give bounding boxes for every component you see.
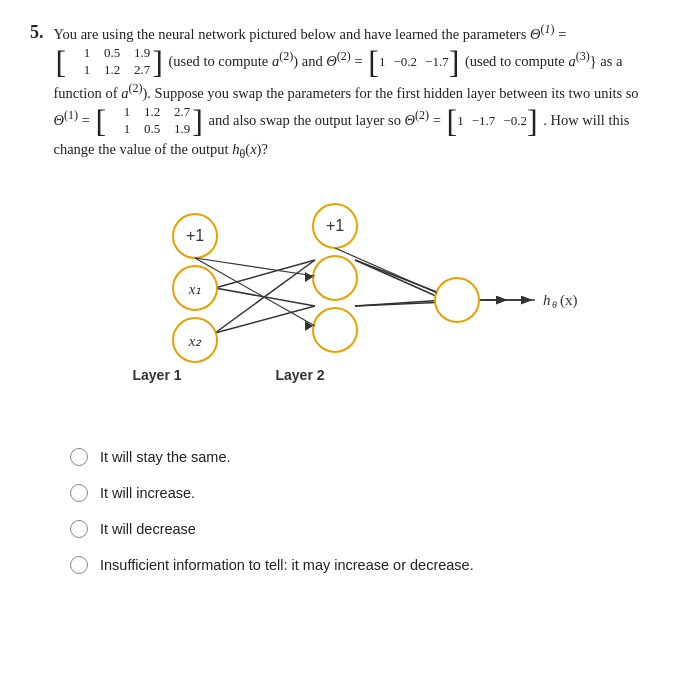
svg-line-8 (355, 260, 447, 296)
vec-content: 1 −0.2 −1.7 (379, 52, 449, 72)
vec-3: −1.7 (425, 52, 449, 72)
choice-2-text: It will increase. (100, 485, 195, 501)
ncell-1-3: 2.7 (168, 104, 190, 121)
choice-3-text: It will decrease (100, 521, 196, 537)
bracket-right3: ] (192, 105, 203, 137)
vec-1: 1 (379, 52, 386, 72)
theta2-vector: [ 1 −0.2 −1.7 ] (368, 46, 459, 78)
and-also-text: and also swap the output layer so Θ(2) = (208, 112, 444, 128)
theta1-matrix: [ 1 0.5 1.9 1 1.2 2.7 ] (56, 45, 163, 79)
ncell-2-1: 1 (108, 121, 130, 138)
choice-1[interactable]: It will stay the same. (70, 448, 659, 466)
svg-line-22 (195, 258, 315, 276)
bracket-right2: ] (449, 46, 460, 78)
intro-text: You are using the neural network picture… (54, 26, 527, 42)
radio-2[interactable] (70, 484, 88, 502)
bracket-left4: [ (447, 105, 458, 137)
svg-line-2 (215, 260, 315, 333)
question-number: 5. (30, 22, 44, 43)
svg-point-20 (313, 308, 357, 352)
svg-text:θ: θ (552, 299, 557, 310)
bracket-left2: [ (368, 46, 379, 78)
svg-text:(x): (x) (560, 292, 578, 309)
radio-3[interactable] (70, 520, 88, 538)
choice-4[interactable]: Insufficient information to tell: it may… (70, 556, 659, 574)
vec-new-content: 1 −1.7 −0.2 (457, 111, 527, 131)
nvec-3: −0.2 (503, 111, 527, 131)
bracket-left3: [ (96, 105, 107, 137)
choice-2[interactable]: It will increase. (70, 484, 659, 502)
bracket-right4: ] (527, 105, 538, 137)
svg-text:x₂: x₂ (187, 333, 202, 349)
cell-2-2: 1.2 (98, 62, 120, 79)
matrix-content-new: 1 1.2 2.7 1 0.5 1.9 (108, 104, 190, 138)
matrix-row-new-2: 1 0.5 1.9 (108, 121, 190, 138)
question-header: 5. You are using the neural network pict… (30, 20, 659, 164)
cell-2-1: 1 (68, 62, 90, 79)
cell-1-2: 0.5 (98, 45, 120, 62)
bracket-left: [ (56, 46, 67, 78)
svg-marker-25 (305, 272, 313, 282)
choice-4-text: Insufficient information to tell: it may… (100, 557, 474, 573)
svg-text:+1: +1 (185, 227, 203, 244)
ncell-1-2: 1.2 (138, 104, 160, 121)
choice-1-text: It will stay the same. (100, 449, 231, 465)
svg-text:+1: +1 (325, 217, 343, 234)
matrix-content: 1 0.5 1.9 1 1.2 2.7 (68, 45, 150, 79)
question-text: You are using the neural network picture… (54, 20, 660, 164)
svg-line-3 (215, 306, 315, 333)
radio-4[interactable] (70, 556, 88, 574)
answer-choices: It will stay the same. It will increase.… (30, 448, 659, 574)
matrix-row-2: 1 1.2 2.7 (68, 62, 150, 79)
vec-2: −0.2 (393, 52, 417, 72)
cell-2-3: 2.7 (128, 62, 150, 79)
ncell-2-2: 0.5 (138, 121, 160, 138)
matrix-row-new-1: 1 1.2 2.7 (108, 104, 190, 121)
radio-1[interactable] (70, 448, 88, 466)
nvec-2: −1.7 (472, 111, 496, 131)
svg-point-19 (313, 256, 357, 300)
nn-diagram: +1 x₁ x₂ +1 (105, 188, 585, 408)
ncell-2-3: 1.9 (168, 121, 190, 138)
theta1-new-matrix: [ 1 1.2 2.7 1 0.5 1.9 ] (96, 104, 203, 138)
theta2-new-vector: [ 1 −1.7 −0.2 ] (447, 105, 538, 137)
matrix-row-1: 1 0.5 1.9 (68, 45, 150, 62)
ncell-1-1: 1 (108, 104, 130, 121)
cell-1-3: 1.9 (128, 45, 150, 62)
choice-3[interactable]: It will decrease (70, 520, 659, 538)
svg-text:Layer 2: Layer 2 (275, 367, 324, 383)
theta1-label: Θ(1) = (530, 26, 566, 42)
question-container: 5. You are using the neural network pict… (30, 20, 659, 574)
cell-1-1: 1 (68, 45, 90, 62)
svg-point-21 (435, 278, 479, 322)
bracket-right: ] (152, 46, 163, 78)
svg-text:x₁: x₁ (187, 281, 201, 297)
svg-text:Layer 1: Layer 1 (132, 367, 181, 383)
nvec-1: 1 (457, 111, 464, 131)
used-to-text: (used to compute a(2)) and Θ(2) = (168, 53, 366, 69)
svg-text:h: h (543, 292, 551, 308)
nn-svg: +1 x₁ x₂ +1 (105, 188, 585, 408)
